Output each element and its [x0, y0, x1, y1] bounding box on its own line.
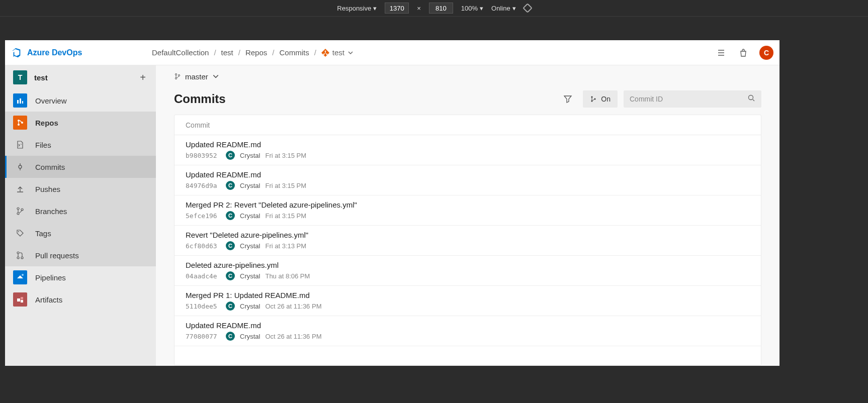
sidebar-item-label: Overview — [35, 96, 67, 105]
commit-title: Updated README.md — [186, 140, 750, 149]
sidebar-item-overview[interactable]: Overview — [5, 89, 156, 112]
svg-point-13 — [21, 257, 23, 259]
sidebar-sub-tags[interactable]: Tags — [5, 222, 156, 244]
svg-point-4 — [18, 124, 20, 126]
commit-meta: 77080077 C Crystal Oct 26 at 11:36 PM — [186, 332, 750, 341]
commit-author: Crystal — [240, 152, 260, 159]
devtools-spacer — [0, 28, 868, 40]
breadcrumb-repo-picker[interactable]: test — [321, 48, 354, 57]
graph-toggle-label: On — [601, 95, 611, 103]
svg-point-19 — [175, 77, 177, 79]
filter-icon — [563, 94, 572, 104]
sidebar-item-repos[interactable]: Repos — [5, 112, 156, 134]
sidebar-sub-files[interactable]: Files — [5, 134, 156, 156]
commit-row[interactable]: Revert "Deleted azure-pipelines.yml" 6cf… — [175, 226, 761, 256]
sidebar-item-artifacts[interactable]: Artifacts — [5, 288, 156, 311]
pull-request-icon — [13, 251, 27, 260]
rotate-icon[interactable] — [524, 5, 531, 12]
project-row[interactable]: T test + — [5, 65, 156, 89]
breadcrumb-collection[interactable]: DefaultCollection — [152, 48, 209, 57]
list-view-icon[interactable] — [715, 47, 727, 59]
commit-icon — [13, 162, 27, 171]
author-avatar: C — [226, 211, 235, 220]
commit-date: Thu at 8:06 PM — [265, 272, 310, 280]
brand[interactable]: Azure DevOps — [11, 47, 152, 58]
commit-hash: 04aadc4e — [186, 272, 221, 280]
breadcrumb-separator: / — [214, 48, 216, 57]
commit-date: Oct 26 at 11:36 PM — [265, 303, 321, 310]
app-viewport: Azure DevOps DefaultCollection / test / … — [5, 40, 779, 366]
commits-table-header: Commit — [175, 115, 761, 135]
breadcrumb-separator: / — [238, 48, 240, 57]
sidebar-sub-label: Files — [35, 141, 51, 149]
svg-point-21 — [591, 96, 593, 98]
top-header: Azure DevOps DefaultCollection / test / … — [5, 40, 779, 65]
file-icon — [13, 140, 27, 149]
author-avatar: C — [226, 241, 235, 250]
commit-row[interactable]: Updated README.md 84976d9a C Crystal Fri… — [175, 165, 761, 195]
branch-picker[interactable]: master — [156, 65, 779, 87]
project-tile: T — [13, 70, 27, 84]
shopping-bag-icon[interactable] — [737, 47, 749, 59]
commit-row[interactable]: Merged PR 2: Revert "Deleted azure-pipel… — [175, 195, 761, 226]
commit-author: Crystal — [240, 242, 260, 250]
sidebar-sub-commits[interactable]: Commits — [5, 156, 156, 178]
breadcrumb-project[interactable]: test — [221, 48, 233, 57]
caret-down-icon: ▾ — [373, 5, 377, 12]
column-header-commit: Commit — [186, 121, 210, 129]
commit-hash: b9803952 — [186, 152, 221, 159]
commit-row[interactable]: Updated README.md 77080077 C Crystal Oct… — [175, 316, 761, 346]
svg-rect-0 — [17, 100, 19, 104]
sidebar-sub-label: Commits — [35, 163, 65, 171]
sidebar-sub-label: Pull requests — [35, 251, 79, 260]
commit-date: Fri at 3:15 PM — [265, 182, 306, 189]
commit-meta: b9803952 C Crystal Fri at 3:15 PM — [186, 151, 750, 160]
device-mode-label: Responsive — [337, 5, 371, 12]
device-mode-dropdown[interactable]: Responsive ▾ — [337, 5, 377, 12]
viewport-height-input[interactable] — [429, 3, 453, 14]
commit-id-search[interactable] — [624, 90, 761, 108]
commit-meta: 5efce196 C Crystal Fri at 3:15 PM — [186, 211, 750, 220]
sidebar-sub-branches[interactable]: Branches — [5, 200, 156, 222]
svg-point-11 — [17, 252, 19, 254]
sidebar-sub-pushes[interactable]: Pushes — [5, 178, 156, 200]
commit-meta: 6cf80d63 C Crystal Fri at 3:13 PM — [186, 241, 750, 250]
title-row: Commits On — [156, 87, 779, 115]
caret-down-icon: ▾ — [512, 5, 516, 12]
caret-down-icon: ▾ — [480, 5, 483, 12]
sidebar-item-pipelines[interactable]: Pipelines — [5, 266, 156, 288]
chevron-down-icon — [212, 73, 219, 80]
graph-icon — [590, 95, 597, 103]
zoom-label: 100% — [461, 5, 478, 12]
throttle-dropdown[interactable]: Online ▾ — [491, 5, 516, 12]
commit-row[interactable]: Updated README.md b9803952 C Crystal Fri… — [175, 135, 761, 165]
commit-graph-toggle[interactable]: On — [583, 90, 618, 108]
viewport-width-input[interactable] — [385, 3, 409, 14]
author-avatar: C — [226, 301, 235, 311]
commit-meta: 84976d9a C Crystal Fri at 3:15 PM — [186, 181, 750, 190]
zoom-dropdown[interactable]: 100% ▾ — [461, 5, 483, 12]
commits-panel: Commit Updated README.md b9803952 C Crys… — [174, 115, 761, 366]
author-avatar: C — [226, 151, 235, 160]
commit-date: Fri at 3:15 PM — [265, 212, 306, 220]
overview-icon — [13, 93, 27, 108]
svg-rect-17 — [21, 300, 23, 303]
commit-date: Oct 26 at 11:36 PM — [265, 333, 321, 340]
svg-point-22 — [591, 100, 593, 102]
new-item-icon[interactable]: + — [138, 72, 148, 82]
breadcrumb-area[interactable]: Repos — [245, 48, 267, 57]
avatar-initial: C — [764, 49, 769, 57]
filter-button[interactable] — [559, 90, 577, 108]
breadcrumb-page[interactable]: Commits — [279, 48, 309, 57]
user-avatar[interactable]: C — [759, 46, 773, 60]
sidebar-sub-pull-requests[interactable]: Pull requests — [5, 244, 156, 266]
commit-id-input[interactable] — [630, 95, 747, 103]
branch-name: master — [185, 72, 208, 81]
branch-icon — [13, 207, 27, 216]
commit-title: Deleted azure-pipelines.yml — [186, 261, 750, 269]
commit-title: Updated README.md — [186, 170, 750, 179]
commit-row[interactable]: Deleted azure-pipelines.yml 04aadc4e C C… — [175, 256, 761, 286]
author-avatar: C — [226, 332, 235, 341]
commit-row[interactable]: Merged PR 1: Updated README.md 5110dee5 … — [175, 286, 761, 316]
breadcrumb: DefaultCollection / test / Repos / Commi… — [152, 48, 354, 57]
